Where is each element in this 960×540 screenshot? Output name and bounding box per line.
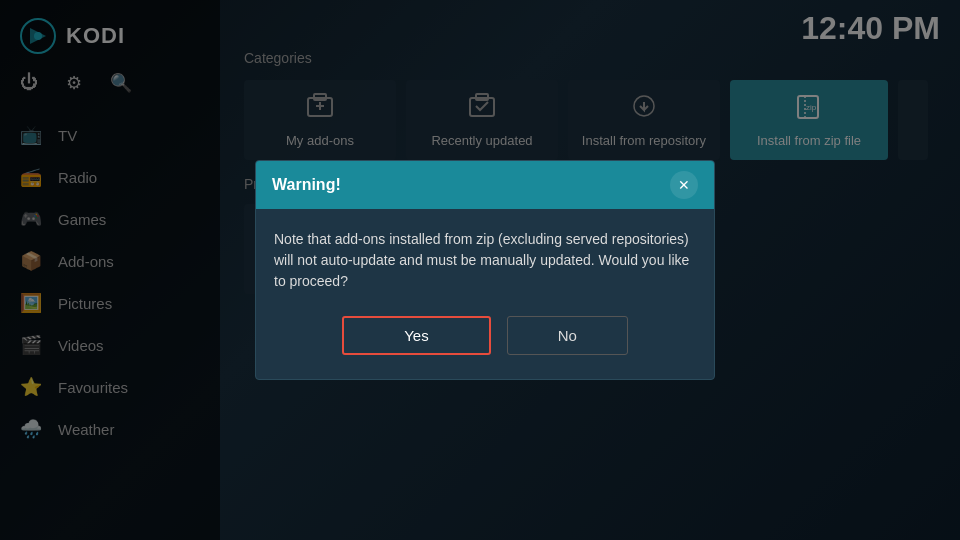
dialog-message: Note that add-ons installed from zip (ex… <box>274 229 696 292</box>
warning-dialog: Warning! ✕ Note that add-ons installed f… <box>255 160 715 380</box>
dialog-body: Note that add-ons installed from zip (ex… <box>256 209 714 379</box>
dialog-close-button[interactable]: ✕ <box>670 171 698 199</box>
dialog-header: Warning! ✕ <box>256 161 714 209</box>
dialog-no-button[interactable]: No <box>507 316 628 355</box>
dialog-yes-button[interactable]: Yes <box>342 316 490 355</box>
dialog-buttons: Yes No <box>274 316 696 355</box>
dialog-title: Warning! <box>272 176 341 194</box>
close-icon: ✕ <box>678 177 690 193</box>
